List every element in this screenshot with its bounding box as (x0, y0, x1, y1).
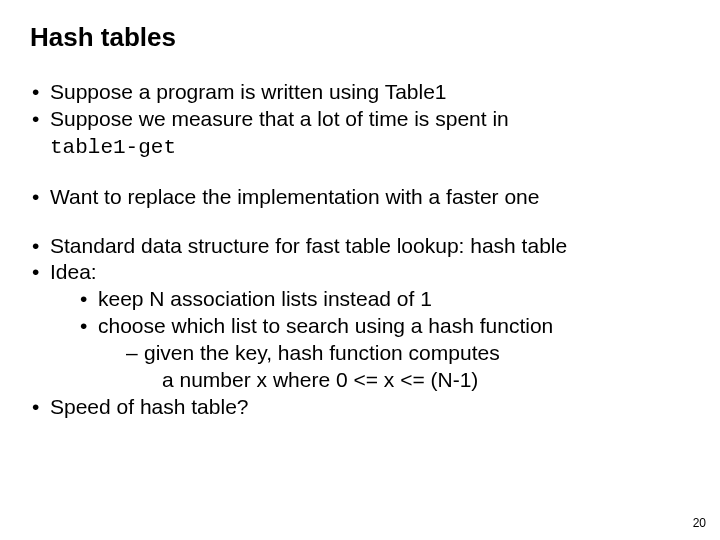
bullet-item: Suppose we measure that a lot of time is… (30, 106, 690, 162)
bullet-text: keep N association lists instead of 1 (98, 287, 432, 310)
page-number: 20 (693, 516, 706, 530)
bullet-text: Suppose we measure that a lot of time is… (50, 107, 509, 130)
bullet-item: Want to replace the implementation with … (30, 184, 690, 211)
bullet-text: Suppose a program is written using Table… (50, 80, 447, 103)
bullet-text: a number x where 0 <= x <= (N-1) (162, 367, 690, 394)
sub-bullet-item: choose which list to search using a hash… (78, 313, 690, 394)
bullet-item: Standard data structure for fast table l… (30, 233, 690, 260)
bullet-text: Speed of hash table? (50, 395, 249, 418)
spacer (30, 162, 690, 184)
bullet-item: Speed of hash table? (30, 394, 690, 421)
dash-list: given the key, hash function computes a … (126, 340, 690, 394)
bullet-item: Idea: keep N association lists instead o… (30, 259, 690, 393)
dash-item: given the key, hash function computes a … (126, 340, 690, 394)
bullet-text: given the key, hash function computes (144, 341, 500, 364)
bullet-text: Idea: (50, 260, 97, 283)
emphasis-text: hash function (428, 314, 553, 337)
slide: Hash tables Suppose a program is written… (0, 0, 720, 540)
spacer (30, 211, 690, 233)
sub-bullet-item: keep N association lists instead of 1 (78, 286, 690, 313)
bullet-text: Want to replace the implementation with … (50, 185, 539, 208)
bullet-item: Suppose a program is written using Table… (30, 79, 690, 106)
code-text: table1-get (50, 136, 176, 159)
sub-bullet-list: keep N association lists instead of 1 ch… (78, 286, 690, 394)
bullet-list: Want to replace the implementation with … (30, 184, 690, 211)
emphasis-text: hash table (470, 234, 567, 257)
bullet-text: choose which list to search using a (98, 314, 428, 337)
bullet-list: Standard data structure for fast table l… (30, 233, 690, 421)
bullet-list: Suppose a program is written using Table… (30, 79, 690, 162)
slide-title: Hash tables (30, 22, 690, 53)
bullet-text: Standard data structure for fast table l… (50, 234, 470, 257)
